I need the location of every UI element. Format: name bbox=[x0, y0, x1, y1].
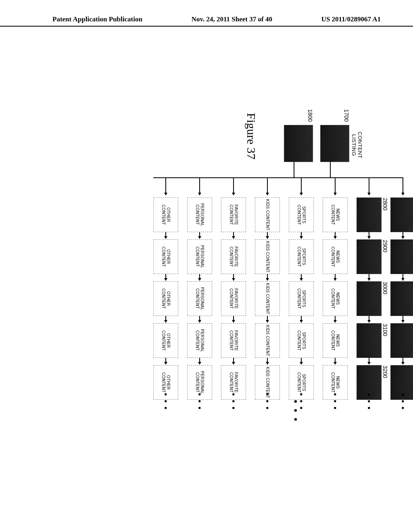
category-cell-label: SPORTS CONTENT bbox=[296, 240, 306, 274]
root-label: CONTENT LISTING bbox=[351, 125, 363, 165]
thumb-cell: 2400 bbox=[390, 323, 413, 358]
arrow-icon bbox=[335, 316, 336, 322]
thumb-cell: 2300 bbox=[390, 281, 413, 316]
ref-number: 2900 bbox=[382, 240, 388, 252]
category-cell: FAVORITE CONTENT bbox=[221, 239, 246, 274]
category-cell: NEWS CONTENT bbox=[323, 239, 348, 274]
figure-caption: Figure 37 bbox=[244, 113, 258, 160]
category-cell: SPORTS CONTENT■ ■ ■ bbox=[289, 365, 314, 400]
spine-line bbox=[153, 177, 403, 178]
header-center: Nov. 24, 2011 Sheet 37 of 40 bbox=[192, 15, 272, 23]
arrow-icon bbox=[301, 274, 302, 281]
branch-row-4 bbox=[267, 177, 268, 195]
arrow-icon bbox=[233, 274, 234, 281]
arrow-icon bbox=[369, 358, 369, 364]
spine-feed-2 bbox=[294, 162, 294, 177]
category-cell-label: FAVORITE CONTENT bbox=[229, 324, 238, 357]
category-cell-label: NEWS CONTENT bbox=[330, 240, 340, 274]
arrow-icon bbox=[369, 316, 369, 322]
arrow-icon bbox=[335, 232, 336, 239]
branch-row-6 bbox=[199, 177, 200, 195]
root-box-top: 1700 bbox=[320, 125, 349, 162]
row-ellipsis: ■ ■ ■ bbox=[231, 393, 236, 411]
header-right: US 2011/0289067 A1 bbox=[321, 15, 381, 23]
thumb-cell: 2500■ ■ ■ bbox=[390, 365, 413, 400]
category-cell: FAVORITE CONTENT bbox=[221, 323, 246, 358]
category-cell-label: SPORTS CONTENT bbox=[296, 282, 306, 316]
root-box-bottom: 1800 bbox=[284, 125, 313, 162]
root-ref-top: 1700 bbox=[343, 109, 350, 122]
category-cell-label: NEWS CONTENT bbox=[330, 282, 340, 316]
arrow-icon bbox=[301, 232, 302, 239]
category-cell-label: PERSONAL CONTENT bbox=[195, 282, 204, 316]
spine-feed-1 bbox=[330, 162, 331, 177]
row-ellipsis: ■ ■ ■ bbox=[265, 393, 270, 411]
arrow-icon bbox=[267, 274, 268, 281]
category-cell: KIDS CONTENT bbox=[255, 197, 280, 232]
category-cell: FAVORITE CONTENT■ ■ ■ bbox=[221, 365, 246, 400]
category-cell: OTHER CONTENT bbox=[153, 281, 178, 316]
arrow-icon bbox=[301, 358, 302, 364]
category-cell-label: SPORTS CONTENT bbox=[296, 198, 306, 232]
arrow-icon bbox=[165, 358, 166, 364]
ref-number: 3200 bbox=[382, 366, 388, 378]
thumb-cell: 2900 bbox=[357, 239, 382, 274]
thumb-cell: 3200■ ■ ■ bbox=[357, 365, 382, 400]
branch-row-3 bbox=[301, 177, 302, 195]
vertical-ellipsis: ■ ■ ■ bbox=[292, 400, 298, 423]
category-cell: PERSONAL CONTENT■ ■ ■ bbox=[187, 365, 212, 400]
category-cell-label: KIDS CONTENT bbox=[265, 241, 270, 272]
category-cell: OTHER CONTENT bbox=[153, 197, 178, 232]
category-cell: PERSONAL CONTENT bbox=[187, 239, 212, 274]
thumb-cell: 2200 bbox=[390, 239, 413, 274]
row-ellipsis: ■ ■ ■ bbox=[197, 393, 202, 411]
category-cell-label: OTHER CONTENT bbox=[161, 282, 171, 316]
row-ellipsis: ■ ■ ■ bbox=[367, 393, 371, 411]
category-cell: OTHER CONTENT bbox=[153, 239, 178, 274]
arrow-icon bbox=[335, 274, 336, 281]
category-cell: SPORTS CONTENT bbox=[289, 239, 314, 274]
ref-number: 2800 bbox=[382, 198, 388, 210]
category-cell: KIDS CONTENT bbox=[255, 239, 280, 274]
arrow-icon bbox=[267, 316, 268, 322]
category-cell: PERSONAL CONTENT bbox=[187, 197, 212, 232]
figure-diagram: CONTENT LISTING 1700 1800 Figure 37 ■ ■ … bbox=[0, 125, 413, 399]
branch-row-7 bbox=[165, 177, 166, 195]
category-cell: SPORTS CONTENT bbox=[289, 323, 314, 358]
category-cell: KIDS CONTENT■ ■ ■ bbox=[255, 365, 280, 400]
thumb-cell: 2800 bbox=[357, 197, 382, 232]
category-cell: PERSONAL CONTENT bbox=[187, 281, 212, 316]
row-ellipsis: ■ ■ ■ bbox=[163, 393, 168, 411]
arrow-icon bbox=[165, 274, 166, 281]
category-cell: FAVORITE CONTENT bbox=[221, 197, 246, 232]
arrow-icon bbox=[267, 358, 268, 364]
arrow-icon bbox=[233, 358, 234, 364]
root-ref-bottom: 1800 bbox=[307, 109, 313, 122]
branch-row-5 bbox=[233, 177, 234, 195]
category-cell: SPORTS CONTENT bbox=[289, 197, 314, 232]
category-cell-label: PERSONAL CONTENT bbox=[195, 240, 204, 274]
category-cell: NEWS CONTENT bbox=[323, 281, 348, 316]
thumb-cell: 2100 bbox=[390, 197, 413, 232]
category-cell-label: KIDS CONTENT bbox=[265, 283, 270, 314]
category-cell-label: SPORTS CONTENT bbox=[296, 324, 306, 357]
category-cell: OTHER CONTENT■ ■ ■ bbox=[153, 365, 178, 400]
arrow-icon bbox=[199, 232, 200, 239]
arrow-icon bbox=[165, 232, 166, 239]
arrow-icon bbox=[301, 316, 302, 322]
category-cell-label: FAVORITE CONTENT bbox=[229, 198, 238, 232]
category-cell: KIDS CONTENT bbox=[255, 323, 280, 358]
category-cell-label: OTHER CONTENT bbox=[161, 324, 171, 357]
arrow-icon bbox=[369, 274, 369, 281]
arrow-icon bbox=[233, 232, 234, 239]
arrow-icon bbox=[199, 358, 200, 364]
ref-number: 3100 bbox=[382, 324, 388, 336]
arrow-icon bbox=[233, 316, 234, 322]
category-cell-label: KIDS CONTENT bbox=[265, 199, 270, 231]
header-left: Patent Application Publication bbox=[52, 15, 142, 23]
arrow-icon bbox=[165, 316, 166, 322]
category-cell: FAVORITE CONTENT bbox=[221, 281, 246, 316]
category-cell: KIDS CONTENT bbox=[255, 281, 280, 316]
category-cell-label: KIDS CONTENT bbox=[265, 325, 270, 356]
thumb-cell: 3100 bbox=[357, 323, 382, 358]
